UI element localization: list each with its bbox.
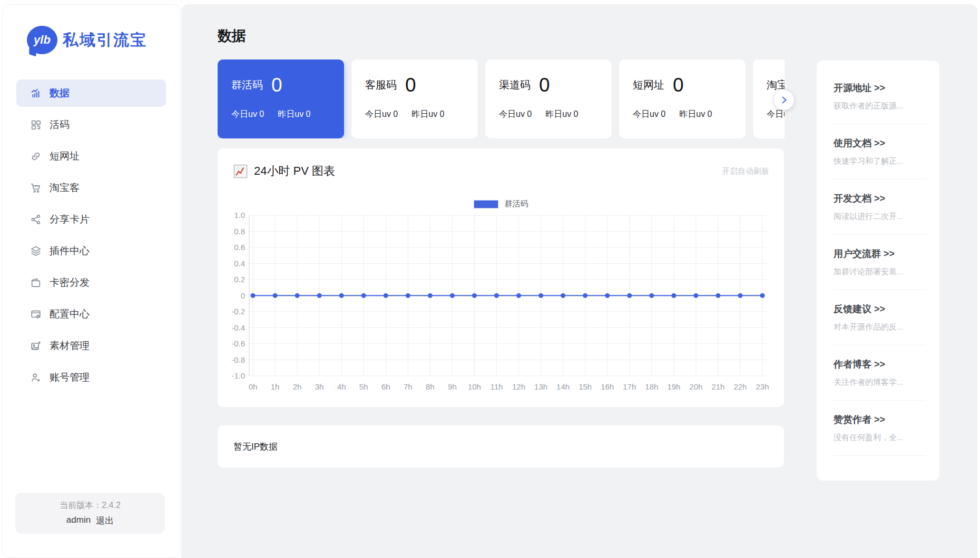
stat-label: 群活码	[231, 78, 263, 92]
stat-value: 0	[271, 75, 282, 95]
svg-text:7h: 7h	[404, 382, 413, 391]
svg-text:0h: 0h	[249, 382, 258, 391]
sidebar-item-account-manage[interactable]: 账号管理	[16, 364, 166, 391]
chevron-right-icon	[779, 95, 789, 105]
svg-text:17h: 17h	[623, 382, 636, 391]
link-item-usage-doc[interactable]: 使用文档 >> 快速学习和了解正...	[834, 137, 926, 180]
svg-text:19h: 19h	[667, 382, 680, 391]
link-desc: 阅读以进行二次开...	[834, 211, 926, 222]
svg-text:10h: 10h	[468, 382, 481, 391]
sidebar-item-share-card[interactable]: 分享卡片	[16, 206, 166, 233]
stat-today-uv: 今日uv 0	[231, 109, 264, 120]
link-desc: 加群讨论部署安装...	[834, 266, 926, 277]
sidebar-item-material-manage[interactable]: 素材管理	[16, 332, 166, 360]
svg-text:20h: 20h	[689, 382, 702, 391]
cards-next-button[interactable]	[774, 90, 794, 110]
sidebar-item-short-url[interactable]: 短网址	[16, 143, 166, 170]
svg-text:-0.8: -0.8	[231, 355, 245, 364]
link-desc: 快速学习和了解正...	[834, 156, 926, 166]
links-panel: 开源地址 >> 获取作者的正版源... 使用文档 >> 快速学习和了解正... …	[817, 61, 939, 481]
stat-yesterday-uv: 昨日uv 0	[411, 109, 444, 120]
auto-refresh-toggle[interactable]: 开启自动刷新	[722, 166, 769, 176]
svg-text:14h: 14h	[556, 382, 570, 391]
link-title: 开源地址 >>	[834, 82, 926, 94]
stat-yesterday-uv: 昨日uv 0	[679, 109, 712, 120]
legend-label: 群活码	[505, 199, 528, 209]
link-item-feedback[interactable]: 反馈建议 >> 对本开源作品的反...	[834, 303, 926, 345]
svg-text:2h: 2h	[293, 382, 302, 391]
stat-label: 渠道码	[499, 78, 531, 92]
stat-card-service-code[interactable]: 客服码0 今日uv 0昨日uv 0	[351, 59, 478, 138]
qr-grid-icon	[30, 119, 42, 131]
link-title: 反馈建议 >>	[834, 303, 926, 315]
sidebar: ylb 私域引流宝 数据 活码 短网址 淘宝客	[2, 4, 180, 558]
ip-empty-text: 暂无IP数据	[233, 441, 278, 453]
svg-text:8h: 8h	[426, 382, 435, 391]
sidebar-item-card-key[interactable]: 卡密分发	[16, 269, 166, 296]
link-desc: 关注作者的博客学...	[834, 377, 926, 387]
sidebar-item-label: 短网址	[50, 150, 80, 163]
stat-card-group-code[interactable]: 群活码0 今日uv 0昨日uv 0	[218, 59, 344, 138]
link-icon	[30, 151, 42, 162]
svg-text:12h: 12h	[512, 382, 525, 391]
brand-name: 私域引流宝	[63, 29, 147, 51]
stat-label: 短网址	[633, 78, 664, 92]
sidebar-item-taobao[interactable]: 淘宝客	[16, 174, 166, 202]
link-item-dev-doc[interactable]: 开发文档 >> 阅读以进行二次开...	[834, 192, 926, 235]
svg-text:1h: 1h	[271, 382, 280, 391]
sidebar-item-label: 卡密分发	[50, 276, 90, 290]
sidebar-item-label: 账号管理	[50, 371, 90, 384]
svg-text:9h: 9h	[448, 382, 457, 391]
chart-legend[interactable]: 群活码	[218, 199, 784, 209]
logout-link[interactable]: 退出	[96, 515, 114, 527]
pv-chart-card: 24小时 PV 图表 开启自动刷新 群活码 0h1h2h3h4h5h6h7h8h…	[218, 148, 784, 407]
stat-today-uv: 今日uv 0	[499, 109, 532, 120]
bar-chart-icon	[30, 87, 42, 99]
sidebar-item-plugin-center[interactable]: 插件中心	[16, 237, 166, 265]
link-item-author-blog[interactable]: 作者博客 >> 关注作者的博客学...	[834, 358, 926, 401]
sidebar-item-data[interactable]: 数据	[16, 79, 166, 107]
logo-badge-text: ylb	[34, 33, 51, 47]
link-item-donate[interactable]: 赞赏作者 >> 没有任何盈利，全...	[834, 413, 926, 456]
svg-text:-0.2: -0.2	[231, 307, 245, 316]
svg-text:21h: 21h	[711, 382, 724, 391]
sidebar-item-live-code[interactable]: 活码	[16, 111, 166, 138]
link-desc: 对本开源作品的反...	[834, 322, 926, 332]
svg-text:-0.4: -0.4	[231, 323, 245, 332]
stat-today-uv: 今日uv 0	[767, 109, 785, 120]
link-title: 赞赏作者 >>	[834, 413, 926, 426]
sidebar-item-config-center[interactable]: 配置中心	[16, 301, 166, 328]
link-desc: 没有任何盈利，全...	[834, 432, 926, 443]
link-title: 用户交流群 >>	[834, 247, 926, 260]
pv-line-chart: 0h1h2h3h4h5h6h7h8h9h10h11h12h13h14h15h16…	[218, 212, 784, 401]
stat-cards-row: 群活码0 今日uv 0昨日uv 0 客服码0 今日uv 0昨日uv 0 渠道码0…	[218, 59, 785, 138]
link-item-opensource[interactable]: 开源地址 >> 获取作者的正版源...	[834, 82, 926, 124]
link-desc: 获取作者的正版源...	[834, 101, 926, 111]
cart-icon	[30, 182, 42, 194]
sidebar-item-label: 插件中心	[50, 244, 90, 258]
wallet-icon	[30, 277, 42, 288]
svg-text:11h: 11h	[491, 382, 503, 391]
sidebar-item-label: 数据	[50, 86, 70, 100]
link-item-user-group[interactable]: 用户交流群 >> 加群讨论部署安装...	[834, 247, 926, 290]
logo-bubble-icon: ylb	[27, 26, 57, 54]
image-upload-icon	[30, 340, 42, 352]
svg-text:23h: 23h	[756, 382, 769, 391]
ip-data-card: 暂无IP数据	[218, 425, 784, 467]
svg-text:6h: 6h	[381, 382, 390, 391]
svg-text:15h: 15h	[579, 382, 592, 391]
sidebar-item-label: 淘宝客	[50, 181, 80, 195]
stat-today-uv: 今日uv 0	[633, 109, 665, 120]
stat-card-channel-code[interactable]: 渠道码0 今日uv 0昨日uv 0	[485, 59, 612, 138]
settings-window-icon	[30, 308, 42, 320]
stat-today-uv: 今日uv 0	[365, 109, 398, 120]
sidebar-item-label: 配置中心	[50, 307, 90, 321]
page-title: 数据	[218, 26, 246, 45]
svg-text:0.6: 0.6	[234, 243, 245, 252]
app-logo: ylb 私域引流宝	[27, 26, 180, 54]
user-add-icon	[30, 372, 42, 383]
svg-text:16h: 16h	[601, 382, 614, 391]
stat-card-short-url[interactable]: 短网址0 今日uv 0昨日uv 0	[619, 59, 746, 138]
current-user: admin	[66, 515, 91, 527]
svg-text:-1.0: -1.0	[231, 371, 245, 380]
